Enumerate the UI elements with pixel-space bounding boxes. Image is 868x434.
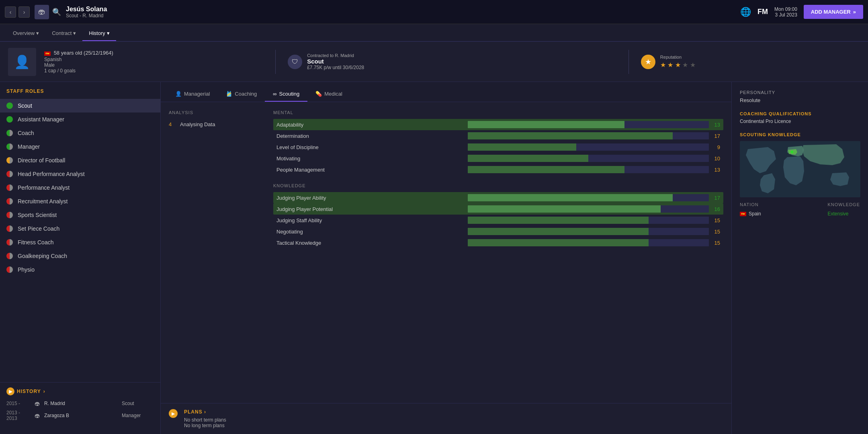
role-assistant-manager[interactable]: Assistant Manager xyxy=(0,113,160,126)
role-perf-analyst[interactable]: Performance Analyst xyxy=(0,181,160,194)
tab-medical[interactable]: 💊 Medical xyxy=(307,87,350,102)
stat-adaptability: Adaptability 13 xyxy=(273,119,723,130)
right-panel: PERSONALITY Resolute COACHING QUALIFICAT… xyxy=(731,82,868,434)
stat-name-staff-ability: Judging Staff Ability xyxy=(273,217,468,223)
analysis-name-0: Analysing Data xyxy=(180,121,215,127)
role-indicator-perf-analyst xyxy=(6,184,13,191)
search-icon[interactable]: 🔍 xyxy=(52,8,61,16)
add-manager-chevron: » xyxy=(853,9,856,15)
role-head-analyst[interactable]: Head Performance Analyst xyxy=(0,167,160,181)
tab-overview-chevron: ▾ xyxy=(36,30,39,36)
center-panel: 👤 Managerial 🎽 Coaching ∞ Scouting 💊 Med… xyxy=(161,82,731,434)
reputation-stars: ★ ★ ★ ★ ★ xyxy=(660,61,696,69)
stat-val-people: 13 xyxy=(709,167,723,173)
datetime: Mon 09:00 3 Jul 2023 xyxy=(774,6,797,18)
flag-spain: 🇪🇸 xyxy=(44,51,51,56)
sidebar-history-title: ▶ HISTORY › xyxy=(6,387,154,395)
tab-contract[interactable]: Contract ▾ xyxy=(45,26,82,41)
contracted-to: Contracted to R. Madrid xyxy=(307,53,364,58)
contract-details: Contracted to R. Madrid Scout £7.75K p/w… xyxy=(307,53,364,70)
globe-icon[interactable]: 🌐 xyxy=(740,7,751,17)
managerial-label: Managerial xyxy=(184,91,210,97)
tab-coaching[interactable]: 🎽 Coaching xyxy=(218,87,265,102)
plans-content: PLANS › No short term plans No long term… xyxy=(184,409,226,428)
role-indicator-fitness xyxy=(6,239,13,246)
stat-determination: Determination 17 xyxy=(273,130,723,141)
reputation-star-icon: ★ xyxy=(641,55,655,69)
history-club-icon-0: 🏟 xyxy=(35,400,40,407)
medical-icon: 💊 xyxy=(315,91,322,97)
tab-managerial[interactable]: 👤 Managerial xyxy=(167,87,218,102)
staff-roles-title: STAFF ROLES xyxy=(0,88,160,99)
add-manager-button[interactable]: ADD MANAGER » xyxy=(804,5,863,19)
role-manager[interactable]: Manager xyxy=(0,140,160,154)
tab-history-label: History xyxy=(89,30,105,36)
nav-forward-button[interactable]: › xyxy=(18,6,30,18)
stat-bar-fill-motivating xyxy=(468,155,588,162)
stat-bar-fill-judging-ability xyxy=(468,194,673,201)
stat-staff-ability: Judging Staff Ability 15 xyxy=(273,215,723,226)
history-club-0: R. Madrid xyxy=(44,401,118,406)
nav-back-button[interactable]: ‹ xyxy=(5,6,16,18)
stat-judging-ability: Judging Player Ability 17 xyxy=(273,192,723,203)
history-label: HISTORY xyxy=(17,389,41,394)
avatar: 👤 xyxy=(8,48,36,76)
tab-scouting[interactable]: ∞ Scouting xyxy=(265,87,307,102)
nation-name: Spain xyxy=(749,211,761,217)
history-icon: ▶ xyxy=(6,387,14,395)
star-3: ★ xyxy=(675,61,681,68)
mental-group: MENTAL Adaptability 13 Determination xyxy=(273,110,723,175)
knowledge-label: KNOWLEDGE xyxy=(273,183,723,188)
profile-caps: 1 cap / 0 goals xyxy=(44,68,263,74)
role-indicator-recruit-analyst xyxy=(6,198,13,205)
role-scout[interactable]: Scout xyxy=(0,99,160,113)
role-name-head-analyst: Head Performance Analyst xyxy=(18,171,85,177)
role-fitness-coach[interactable]: Fitness Coach xyxy=(0,235,160,249)
analysis-section: ANALYSIS 4 Analysing Data xyxy=(169,110,257,395)
stat-val-staff-ability: 15 xyxy=(709,217,723,223)
role-physio[interactable]: Physio xyxy=(0,263,160,276)
role-coach[interactable]: Coach xyxy=(0,126,160,140)
role-name-assistant: Assistant Manager xyxy=(18,116,64,123)
tab-history[interactable]: History ▾ xyxy=(82,26,116,41)
role-setpiece-coach[interactable]: Set Piece Coach xyxy=(0,222,160,235)
coaching-qual-value: Continental Pro Licence xyxy=(740,119,860,124)
role-dof[interactable]: Director of Football xyxy=(0,154,160,167)
stat-motivating: Motivating 10 xyxy=(273,153,723,164)
role-name-manager: Manager xyxy=(18,143,40,150)
role-gk-coach[interactable]: Goalkeeping Coach xyxy=(0,249,160,263)
main-content: STAFF ROLES Scout Assistant Manager Coac… xyxy=(0,82,868,434)
tab-overview[interactable]: Overview ▾ xyxy=(6,26,45,41)
person-role: Scout - R. Madrid xyxy=(66,13,740,18)
stat-name-judging-potential: Judging Player Potential xyxy=(273,206,468,212)
contract-role: Scout xyxy=(307,58,364,65)
profile-age: 🇪🇸 58 years old (25/12/1964) xyxy=(44,50,263,56)
star-1: ★ xyxy=(660,61,666,68)
analysis-item-0: 4 Analysing Data xyxy=(169,119,257,130)
ability-tabs: 👤 Managerial 🎽 Coaching ∞ Scouting 💊 Med… xyxy=(161,82,731,102)
stat-name-tactical: Tactical Knowledge xyxy=(273,240,468,246)
stat-val-determination: 17 xyxy=(709,133,723,139)
knowledge-col-label: KNOWLEDGE xyxy=(827,202,860,207)
analysis-val-0: 4 xyxy=(169,121,177,127)
star-4: ★ xyxy=(682,61,688,68)
stat-bar-judging-potential xyxy=(468,205,709,213)
star-2: ★ xyxy=(667,61,673,68)
history-item-1: 2013 - 2013 🏟 Zaragoza B Manager xyxy=(6,408,154,423)
role-sports-scientist[interactable]: Sports Scientist xyxy=(0,208,160,222)
stat-bar-fill-people xyxy=(468,166,624,173)
stat-name-discipline: Level of Discipline xyxy=(273,144,468,150)
role-name-coach: Coach xyxy=(18,130,34,136)
add-manager-label: ADD MANAGER xyxy=(811,9,851,15)
stat-bar-fill-discipline xyxy=(468,143,576,151)
stat-val-discipline: 9 xyxy=(709,144,723,150)
role-name-perf-analyst: Performance Analyst xyxy=(18,184,70,191)
role-name-dof: Director of Football xyxy=(18,157,65,164)
profile-section: 👤 🇪🇸 58 years old (25/12/1964) Spanish M… xyxy=(0,42,868,82)
mental-label: MENTAL xyxy=(273,110,723,115)
stat-val-negotiating: 15 xyxy=(709,229,723,235)
role-name-setpiece: Set Piece Coach xyxy=(18,225,59,232)
reputation-details: Reputation ★ ★ ★ ★ ★ xyxy=(660,55,696,69)
role-indicator-physio xyxy=(6,266,13,273)
role-recruit-analyst[interactable]: Recruitment Analyst xyxy=(0,194,160,208)
